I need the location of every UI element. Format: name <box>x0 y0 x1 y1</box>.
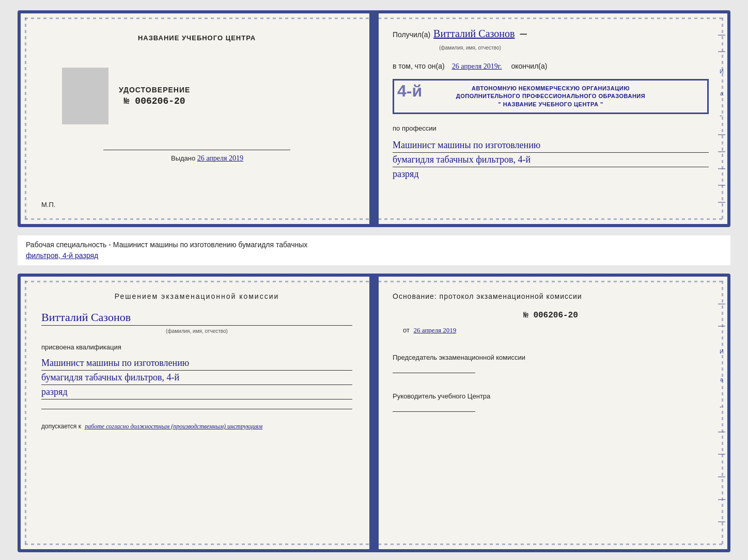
rukovoditel-signature <box>393 411 475 412</box>
cert-top-left-page: НАЗВАНИЕ УЧЕБНОГО ЦЕНТРА УДОСТОВЕРЕНИЕ №… <box>21 13 374 224</box>
top-certificate: НАЗВАНИЕ УЧЕБНОГО ЦЕНТРА УДОСТОВЕРЕНИЕ №… <box>18 10 730 227</box>
cert-bottom-left-page: Решением экзаменационной комиссии Виттал… <box>21 277 374 549</box>
udost-num: № 006206-20 <box>119 96 190 106</box>
udost-title: УДОСТОВЕРЕНИЕ <box>119 86 190 94</box>
fio-top: Витталий Сазонов <box>433 28 515 40</box>
resheniem-title: Решением экзаменационной комиссии <box>41 292 352 300</box>
deco-line-6 <box>718 185 725 186</box>
stamp-num-big: 4-й <box>397 82 422 101</box>
predsedatel-signature <box>393 373 475 373</box>
ot-label: от <box>403 326 410 334</box>
vtom-label: в том, что он(а) <box>393 62 445 70</box>
profession-line2-bottom: бумагидля табачных фильтров, 4-й <box>41 371 352 385</box>
deco-b-line-5 <box>718 476 725 477</box>
cert-top-right-page: Получил(а) Витталий Сазонов – (фамилия, … <box>374 13 727 224</box>
stamp-line3: " НАЗВАНИЕ УЧЕБНОГО ЦЕНТРА " <box>400 101 701 108</box>
ot-line: от 26 апреля 2019 <box>403 326 709 334</box>
profession-line2-top: бумагидля табачных фильтров, 4-й <box>393 153 709 167</box>
vtom-line: в том, что он(а) 26 апреля 2019г. окончи… <box>393 62 709 71</box>
photo-placeholder <box>62 68 108 124</box>
vydano-line: Выдано 26 апреля 2019 <box>62 154 352 163</box>
fio-bottom: Витталий Сазонов <box>41 311 352 326</box>
rukovoditel-block: Руководитель учебного Центра <box>393 392 709 412</box>
vtom-date: 26 апреля 2019г. <box>452 62 502 71</box>
prisvoena-label: присвоена квалификация <box>41 343 352 351</box>
between-text-underlined: фильтров, 4-й разряд <box>26 251 98 260</box>
deco-b-label-i: И <box>720 348 724 355</box>
dopuskaetsya-label: допускается к <box>41 423 81 430</box>
protokol-num: № 006206-20 <box>393 311 709 320</box>
stamp-box: 4-й АВТОНОМНУЮ НЕКОММЕРЧЕСКУЮ ОРГАНИЗАЦИ… <box>393 79 709 114</box>
profession-line1-top: Машинист машины по изготовлению <box>393 138 709 153</box>
deco-line-5 <box>718 168 725 169</box>
profession-block-bottom: Машинист машины по изготовлению бумагидл… <box>41 356 352 399</box>
predsedatel-title: Председатель экзаменационной комиссии <box>393 353 709 362</box>
ot-date: 26 апреля 2019 <box>414 326 457 334</box>
side-deco-right-bottom: И а ← <box>716 277 727 549</box>
deco-b-line-3 <box>718 431 725 433</box>
deco-label-i: И <box>720 68 724 74</box>
mp-label: М.П. <box>41 201 55 209</box>
profession-line3-bottom: разряд <box>41 385 352 399</box>
stamp-line1: АВТОНОМНУЮ НЕКОММЕРЧЕСКУЮ ОРГАНИЗАЦИЮ <box>400 85 701 92</box>
dopuskaetsya-value: работе согласно должностным (производств… <box>85 423 262 430</box>
po-professii-label: по профессии <box>393 124 709 132</box>
dash1: – <box>520 26 526 40</box>
fio-subtitle-top: (фамилия, имя, отчество) <box>439 45 501 51</box>
stamp-line2: ДОПОЛНИТЕЛЬНОГО ПРОФЕССИОНАЛЬНОГО ОБРАЗО… <box>400 92 701 100</box>
deco-line-3 <box>718 134 725 135</box>
deco-line-1 <box>718 35 725 36</box>
deco-b-line-1 <box>718 303 725 305</box>
udost-block: УДОСТОВЕРЕНИЕ № 006206-20 <box>119 86 190 106</box>
rukovoditel-title: Руководитель учебного Центра <box>393 392 709 401</box>
osnovanie-title: Основание: протокол экзаменационной коми… <box>393 292 709 300</box>
side-deco-right-top: И а ← <box>716 13 727 224</box>
vydano-label: Выдано <box>171 154 195 162</box>
fio-block-bottom: Витталий Сазонов (фамилия, имя, отчество… <box>41 311 352 335</box>
profession-line3-top: разряд <box>393 167 709 181</box>
between-label: Рабочая специальность - Машинист машины … <box>18 235 730 265</box>
profession-line1-bottom: Машинист машины по изготовлению <box>41 356 352 371</box>
poluchil-label: Получил(а) <box>393 30 430 39</box>
deco-b-line-2 <box>718 326 725 327</box>
deco-b-line-4 <box>718 454 725 455</box>
deco-b-label-a: а <box>720 376 723 382</box>
deco-b-label-arrow: ← <box>719 404 725 410</box>
deco-line-7 <box>718 202 725 203</box>
учебный-центр-title: НАЗВАНИЕ УЧЕБНОГО ЦЕНТРА <box>138 34 256 42</box>
deco-b-line-7 <box>718 521 725 522</box>
deco-line-4 <box>718 151 725 152</box>
vydano-date: 26 апреля 2019 <box>197 154 243 162</box>
between-text-prefix: Рабочая специальность - Машинист машины … <box>26 241 307 249</box>
okonchil-label: окончил(а) <box>511 62 547 70</box>
poluchil-line: Получил(а) Витталий Сазонов – <box>393 26 709 40</box>
profession-block-top: Машинист машины по изготовлению бумагидл… <box>393 138 709 181</box>
dopuskaetsya-block: допускается к работе согласно должностны… <box>41 423 352 430</box>
deco-label-a: а <box>720 90 723 97</box>
deco-line-2 <box>718 51 725 52</box>
deco-label-arrow: ← <box>719 113 725 119</box>
deco-b-line-6 <box>718 499 725 500</box>
border-deco-left-b <box>25 281 26 545</box>
cert-bottom-right-page: Основание: протокол экзаменационной коми… <box>374 277 727 549</box>
predsedatel-block: Председатель экзаменационной комиссии <box>393 353 709 373</box>
fio-subtitle-bottom: (фамилия, имя, отчество) <box>166 328 228 334</box>
bottom-certificate: Решением экзаменационной комиссии Виттал… <box>18 274 730 552</box>
